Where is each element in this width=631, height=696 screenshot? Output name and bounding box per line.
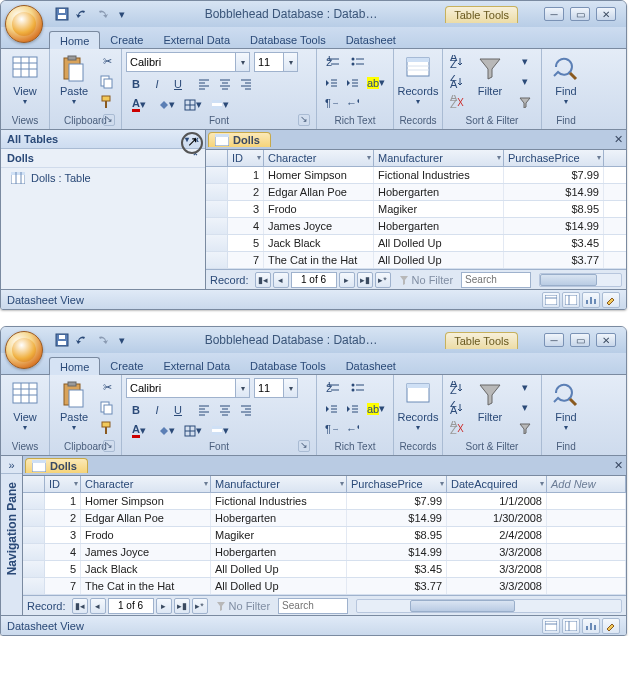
cell-id[interactable]: 4 [45,544,81,560]
nav-section-header[interactable]: Dolls ⌃ [1,149,205,168]
document-tab-dolls[interactable]: Dolls [25,458,88,473]
record-search-input[interactable] [278,598,348,614]
numbered-list-icon[interactable]: 12 [321,52,345,71]
chevron-down-icon[interactable]: ▾ [497,153,501,162]
cell-id[interactable]: 1 [45,493,81,509]
cell-date[interactable]: 1/1/2008 [447,493,547,509]
cell-id[interactable]: 1 [228,167,264,183]
clear-sort-icon[interactable]: AZ [447,418,467,437]
chevron-down-icon[interactable]: ▾ [597,153,601,162]
bold-icon[interactable]: B [126,74,146,93]
ltr-icon[interactable]: ¶→ [321,420,341,439]
cell-manu[interactable]: Fictional Industries [374,167,504,183]
table-row[interactable]: 7The Cat in the HatAll Dolled Up$3.77 [206,252,626,269]
font-size-input[interactable] [254,378,284,398]
cell-add[interactable] [547,527,626,543]
cell-char[interactable]: Jack Black [81,561,211,577]
last-record-button[interactable]: ▸▮ [174,598,190,614]
tab-home[interactable]: Home [49,31,100,49]
row-selector[interactable] [206,218,228,234]
gridlines-icon[interactable]: ▾ [180,421,206,440]
minimize-button[interactable]: ─ [544,333,564,347]
view-button[interactable]: View ▾ [5,52,45,110]
cell-id[interactable]: 5 [45,561,81,577]
cut-icon[interactable]: ✂ [97,378,117,397]
gridlines-icon[interactable]: ▾ [180,95,206,114]
prev-record-button[interactable]: ◂ [90,598,106,614]
table-row[interactable]: 3FrodoMagiker$8.952/4/2008 [23,527,626,544]
chevron-down-icon[interactable]: ▾ [340,479,344,488]
chevron-down-icon[interactable]: ▾ [257,153,261,162]
rtl-icon[interactable]: ←¶ [342,94,362,113]
cell-date[interactable]: 3/3/2008 [447,561,547,577]
column-header-manufacturer[interactable]: Manufacturer▾ [374,150,504,166]
design-view-icon[interactable] [602,618,620,634]
sort-desc-icon[interactable]: ZA [447,398,467,417]
cell-manu[interactable]: Hobergarten [211,544,347,560]
align-right-icon[interactable] [236,74,256,93]
selection-filter-icon[interactable]: ▾ [513,52,537,71]
underline-icon[interactable]: U [168,400,188,419]
column-header-character[interactable]: Character▾ [81,476,211,492]
chart-view-icon[interactable] [582,618,600,634]
select-all-cell[interactable] [23,476,45,492]
copy-icon[interactable] [97,72,117,91]
cell-id[interactable]: 7 [45,578,81,594]
font-size-dropdown[interactable]: ▾ [284,52,298,72]
cell-id[interactable]: 2 [45,510,81,526]
chevron-down-icon[interactable]: ▾ [540,479,544,488]
tab-create[interactable]: Create [100,357,153,374]
cell-char[interactable]: James Joyce [264,218,374,234]
cell-char[interactable]: Frodo [264,201,374,217]
design-view-icon[interactable] [602,292,620,308]
copy-icon[interactable] [97,398,117,417]
filter-button[interactable]: Filter [470,52,510,110]
first-record-button[interactable]: ▮◂ [255,272,271,288]
cell-price[interactable]: $14.99 [504,184,604,200]
contextual-tab-table-tools[interactable]: Table Tools [445,6,518,23]
tab-external-data[interactable]: External Data [153,31,240,48]
minimize-button[interactable]: ─ [544,7,564,21]
table-row[interactable]: 4James JoyceHobergarten$14.99 [206,218,626,235]
italic-icon[interactable]: I [147,74,167,93]
advanced-filter-icon[interactable]: ▾ [513,72,537,91]
cell-char[interactable]: Homer Simpson [264,167,374,183]
numbered-list-icon[interactable]: 12 [321,378,345,397]
cell-price[interactable]: $8.95 [347,527,447,543]
column-header-add-new[interactable]: Add New [547,476,626,492]
horizontal-scrollbar[interactable] [539,273,622,287]
next-record-button[interactable]: ▸ [339,272,355,288]
table-row[interactable]: 1Homer SimpsonFictional Industries$7.99 [206,167,626,184]
maximize-button[interactable]: ▭ [570,333,590,347]
cell-date[interactable]: 3/3/2008 [447,544,547,560]
decrease-indent-icon[interactable] [321,399,341,418]
row-selector[interactable] [206,252,228,268]
highlight-icon[interactable]: ab▾ [363,399,389,418]
clear-sort-icon[interactable]: AZ [447,92,467,111]
cell-add[interactable] [547,544,626,560]
ltr-icon[interactable]: ¶→ [321,94,341,113]
pivot-view-icon[interactable] [562,292,580,308]
paste-button[interactable]: Paste ▾ [54,52,94,110]
tab-database-tools[interactable]: Database Tools [240,357,336,374]
cell-manu[interactable]: All Dolled Up [374,235,504,251]
column-header-price[interactable]: PurchasePrice▾ [504,150,604,166]
row-selector[interactable] [23,578,45,594]
cell-price[interactable]: $14.99 [504,218,604,234]
chevron-down-icon[interactable]: ▾ [367,153,371,162]
tab-database-tools[interactable]: Database Tools [240,31,336,48]
row-selector[interactable] [23,561,45,577]
sort-asc-icon[interactable]: AZ [447,378,467,397]
row-selector[interactable] [206,167,228,183]
fill-color-icon[interactable]: ▾ [153,421,179,440]
cell-price[interactable]: $14.99 [347,544,447,560]
cell-id[interactable]: 3 [228,201,264,217]
font-name-input[interactable] [126,52,236,72]
save-icon[interactable] [53,5,71,23]
font-name-dropdown[interactable]: ▾ [236,52,250,72]
find-button[interactable]: Find▾ [546,378,586,436]
cell-price[interactable]: $3.45 [347,561,447,577]
align-left-icon[interactable] [194,74,214,93]
chevron-down-icon[interactable]: ▾ [440,479,444,488]
cell-price[interactable]: $14.99 [347,510,447,526]
